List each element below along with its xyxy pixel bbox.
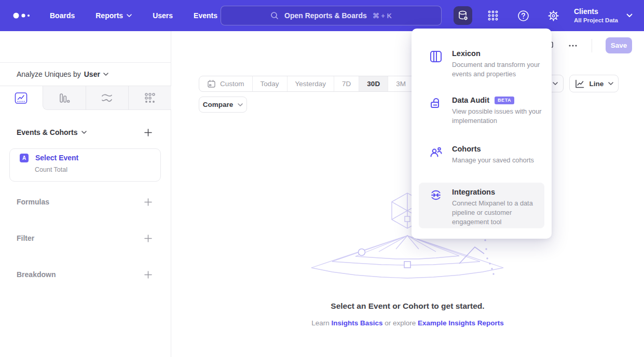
chevron-down-icon	[238, 103, 243, 106]
chevron-down-icon	[553, 82, 558, 85]
menu-item-cohorts[interactable]: Cohorts Manage your saved cohorts	[419, 140, 544, 170]
grid-icon	[487, 10, 499, 21]
calendar-icon	[207, 79, 216, 88]
event-letter-badge: A	[20, 154, 29, 162]
select-event-label[interactable]: Select Event	[35, 154, 78, 162]
plus-icon	[144, 129, 152, 136]
chart-type-label: Line	[590, 80, 604, 88]
bar-chart-icon	[58, 92, 71, 104]
mixpanel-logo[interactable]	[12, 11, 34, 20]
add-filter-button[interactable]	[144, 235, 152, 242]
tab-insights-selected[interactable]	[0, 86, 43, 110]
divider	[592, 39, 592, 52]
save-button[interactable]: Save	[606, 37, 632, 53]
tab-retention[interactable]	[128, 86, 171, 110]
date-range-label: 7D	[342, 80, 351, 88]
menu-item-lexicon[interactable]: Lexicon Document and transform your even…	[419, 44, 544, 84]
add-event-button[interactable]	[144, 129, 152, 136]
compare-dropdown[interactable]: Compare	[199, 97, 247, 113]
chart-type-dropdown[interactable]: Line	[569, 75, 619, 92]
visualization-tabs	[0, 86, 171, 110]
integrations-sync-icon	[429, 188, 443, 202]
date-range-30d-selected[interactable]: 30D	[359, 76, 388, 91]
nav-item-boards[interactable]: Boards	[50, 11, 75, 20]
menu-item-title: Data Audit	[452, 96, 489, 104]
menu-item-title: Cohorts	[452, 145, 481, 153]
global-search-button[interactable]: Open Reports & Boards ⌘ + K	[221, 6, 442, 25]
date-range-label: Custom	[220, 80, 244, 88]
chevron-down-icon	[608, 82, 613, 85]
date-range-yesterday[interactable]: Yesterday	[287, 76, 334, 91]
top-nav: Boards Reports Users Events Open Reports…	[0, 0, 644, 31]
analyze-by-dropdown[interactable]: User	[84, 70, 108, 78]
help-button[interactable]	[514, 6, 532, 25]
plus-icon	[144, 235, 152, 242]
project-scope: All Project Data	[574, 17, 618, 24]
project-selector[interactable]: Clients All Project Data	[574, 7, 618, 24]
nav-item-events[interactable]: Events	[194, 11, 217, 20]
nav-label: Boards	[50, 11, 75, 20]
menu-item-description: Manage your saved cohorts	[452, 156, 554, 165]
tab-funnels[interactable]	[43, 86, 86, 110]
lexicon-book-icon	[429, 50, 443, 63]
menu-item-title: Integrations	[452, 188, 495, 196]
data-management-menu: Lexicon Document and transform your even…	[412, 29, 552, 239]
question-icon	[517, 10, 529, 22]
nav-item-users[interactable]: Users	[153, 11, 173, 20]
analyze-value: User	[84, 70, 100, 78]
add-breakdown-button[interactable]	[144, 271, 152, 279]
date-range-control: Custom Today Yesterday 7D 30D 3M 6M	[199, 76, 440, 92]
insights-basics-link[interactable]: Insights Basics	[331, 319, 382, 327]
nav-label: Events	[194, 11, 217, 20]
add-formula-button[interactable]	[144, 198, 152, 206]
compare-label: Compare	[203, 101, 234, 108]
breakdown-label: Breakdown	[17, 270, 56, 279]
data-audit-icon	[429, 97, 443, 110]
formulas-label: Formulas	[17, 198, 49, 206]
search-icon	[270, 11, 279, 20]
filter-label: Filter	[17, 234, 34, 242]
count-total-label[interactable]: Count Total	[35, 166, 67, 173]
gear-icon	[547, 10, 559, 22]
beta-badge: BETA	[495, 97, 514, 104]
chevron-down-icon	[103, 73, 108, 76]
chevron-down-icon	[127, 14, 132, 17]
date-range-today[interactable]: Today	[252, 76, 287, 91]
menu-item-title: Lexicon	[452, 49, 481, 58]
analyze-label: Analyze Uniques by	[17, 70, 81, 78]
empty-state-title: Select an Event or Cohort to get started…	[171, 301, 644, 311]
chevron-down-icon[interactable]	[626, 13, 633, 18]
data-management-button[interactable]	[454, 6, 472, 25]
events-cohorts-header[interactable]: Events & Cohorts	[17, 128, 87, 136]
date-range-label: 3M	[396, 80, 406, 88]
flows-icon	[100, 92, 114, 104]
nav-label: Users	[153, 11, 173, 20]
tab-flows[interactable]	[86, 86, 129, 110]
menu-item-description: View possible issues with your implement…	[452, 107, 554, 126]
settings-button[interactable]	[544, 6, 563, 25]
database-gear-icon	[457, 9, 469, 22]
nav-item-reports[interactable]: Reports	[95, 11, 132, 20]
menu-item-data-audit[interactable]: Data Audit BETA View possible issues wit…	[419, 91, 544, 131]
cohorts-people-icon	[429, 145, 443, 159]
nav-label: Reports	[95, 11, 123, 20]
line-chart-icon	[15, 92, 28, 104]
date-range-3m[interactable]: 3M	[388, 76, 414, 91]
example-reports-link[interactable]: Example Insights Reports	[418, 319, 504, 327]
search-shortcut: ⌘ + K	[373, 12, 392, 20]
search-placeholder: Open Reports & Boards	[284, 11, 367, 20]
retention-dots-icon	[144, 92, 156, 104]
event-selector-card[interactable]: A Select Event Count Total	[9, 148, 161, 182]
org-name: Clients	[574, 7, 618, 17]
date-range-custom[interactable]: Custom	[199, 76, 252, 91]
chevron-down-icon	[81, 131, 87, 134]
date-range-label: Today	[261, 80, 279, 88]
menu-item-integrations[interactable]: Integrations Connect Mixpanel to a data …	[419, 183, 544, 228]
query-sidebar: Analyze Uniques by User	[0, 31, 171, 357]
line-chart-icon	[574, 79, 585, 89]
empty-state: Select an Event or Cohort to get started…	[171, 301, 644, 327]
date-range-7d[interactable]: 7D	[334, 76, 359, 91]
apps-grid-button[interactable]	[484, 6, 502, 25]
more-options-icon[interactable]	[568, 40, 578, 51]
plus-icon	[144, 271, 152, 279]
